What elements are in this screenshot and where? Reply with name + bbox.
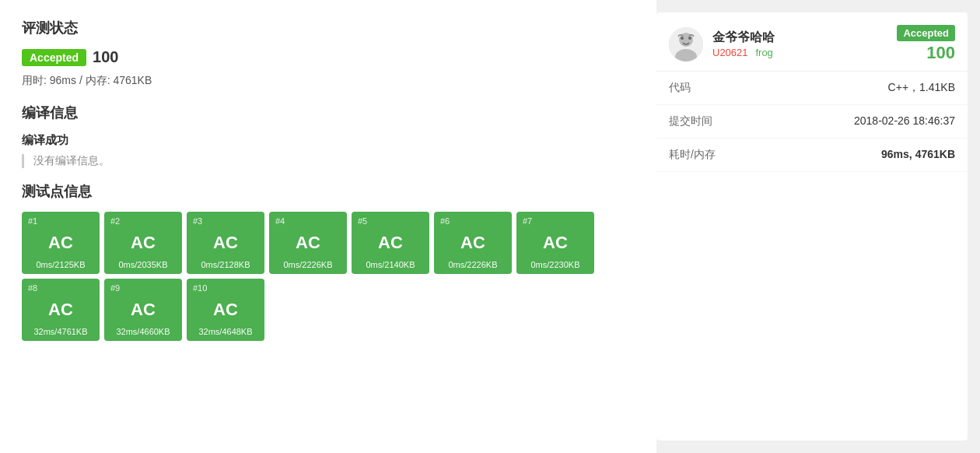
left-panel: 评测状态 Accepted 100 用时: 96ms / 内存: 4761KB … xyxy=(0,0,656,453)
testcase-grid: 通过该测试点。 得分10#1AC0ms/2125KB通过该测试点。 得分10#2… xyxy=(22,212,635,341)
testcase-status: AC xyxy=(28,233,93,253)
rp-code-row: 代码 C++，1.41KB xyxy=(656,72,968,105)
testcase-detail: 0ms/2035KB xyxy=(110,260,176,269)
rp-username: 金爷爷哈哈 xyxy=(712,30,897,46)
rp-timemem-row: 耗时/内存 96ms, 4761KB xyxy=(656,139,968,172)
rp-header: 金爷爷哈哈 U20621 frog Accepted 100 xyxy=(656,12,968,72)
accepted-badge: Accepted xyxy=(22,49,86,66)
rp-submit-label: 提交时间 xyxy=(669,114,712,128)
testcase-status: AC xyxy=(193,300,258,320)
rp-score-num: 100 xyxy=(926,43,955,63)
rp-right-col: Accepted 100 xyxy=(897,25,955,63)
avatar xyxy=(669,27,703,61)
right-panel: 金爷爷哈哈 U20621 frog Accepted 100 代码 C++，1.… xyxy=(656,12,968,441)
testcase-status: AC xyxy=(358,233,423,253)
testcase-num: #7 xyxy=(523,216,588,226)
testcase-title: 测试点信息 xyxy=(22,182,635,201)
rp-timemem-label: 耗时/内存 xyxy=(669,148,716,162)
rp-code-label: 代码 xyxy=(669,81,691,95)
testcase-num: #1 xyxy=(28,216,93,226)
testcase-card[interactable]: 通过该测试点。 得分10#7AC0ms/2230KB xyxy=(516,212,594,274)
rp-submit-value: 2018-02-26 18:46:37 xyxy=(854,114,955,128)
testcase-detail: 32ms/4648KB xyxy=(193,327,258,336)
testcase-num: #9 xyxy=(110,283,176,293)
testcase-card[interactable]: 通过该测试点。 得分10#2AC0ms/2035KB xyxy=(104,212,182,274)
testcase-detail: 0ms/2226KB xyxy=(440,260,506,269)
testcase-card[interactable]: 通过该测试点。 得分10#4AC0ms/2226KB xyxy=(269,212,347,274)
testcase-status: AC xyxy=(193,233,258,253)
testcase-num: #8 xyxy=(28,283,93,293)
testcase-card[interactable]: 通过该测试点。 得分10#3AC0ms/2128KB xyxy=(187,212,264,274)
rp-accepted-badge: Accepted xyxy=(897,25,955,41)
testcase-status: AC xyxy=(440,233,506,253)
score-value: 100 xyxy=(93,48,118,66)
testcase-detail: 0ms/2226KB xyxy=(275,260,341,269)
testcase-detail: 0ms/2230KB xyxy=(523,260,588,269)
rp-user-meta: U20621 frog xyxy=(712,46,897,58)
testcase-status: AC xyxy=(110,233,176,253)
rp-submit-row: 提交时间 2018-02-26 18:46:37 xyxy=(656,105,968,139)
compile-section: 编译成功 没有编译信息。 xyxy=(22,133,635,168)
testcase-status: AC xyxy=(275,233,341,253)
testcase-detail: 0ms/2140KB xyxy=(358,260,423,269)
testcase-card[interactable]: 通过该测试点。 得分10#1AC0ms/2125KB xyxy=(22,212,100,274)
testcase-card[interactable]: 通过该测试点。 得分10#8AC32ms/4761KB xyxy=(22,279,100,341)
compile-note: 没有编译信息。 xyxy=(22,154,635,168)
testcase-num: #5 xyxy=(358,216,423,226)
status-row: Accepted 100 xyxy=(22,48,635,66)
testcase-card[interactable]: 通过该测试点。 得分10#6AC0ms/2226KB xyxy=(434,212,512,274)
testcase-status: AC xyxy=(110,300,176,320)
rp-code-value: C++，1.41KB xyxy=(888,81,955,95)
rp-user-tag: frog xyxy=(755,47,772,58)
testcase-card[interactable]: 通过该测试点。 得分10#10AC32ms/4648KB xyxy=(187,279,264,341)
time-mem-text: 用时: 96ms / 内存: 4761KB xyxy=(22,74,635,88)
testcase-num: #4 xyxy=(275,216,341,226)
testcase-detail: 32ms/4761KB xyxy=(28,327,93,336)
testcase-num: #10 xyxy=(193,283,258,293)
testcase-num: #2 xyxy=(110,216,176,226)
rp-timemem-value: 96ms, 4761KB xyxy=(881,148,955,162)
compile-title: 编译信息 xyxy=(22,104,635,122)
svg-point-3 xyxy=(681,37,684,40)
compile-success: 编译成功 xyxy=(22,133,635,148)
testcase-num: #6 xyxy=(440,216,506,226)
testcase-card[interactable]: 通过该测试点。 得分10#5AC0ms/2140KB xyxy=(352,212,429,274)
testcase-status: AC xyxy=(523,233,588,253)
svg-point-4 xyxy=(688,37,691,40)
testcase-status: AC xyxy=(28,300,93,320)
eval-title: 评测状态 xyxy=(22,19,635,37)
rp-user-info: 金爷爷哈哈 U20621 frog xyxy=(712,30,897,58)
testcase-card[interactable]: 通过该测试点。 得分10#9AC32ms/4660KB xyxy=(104,279,182,341)
rp-userid: U20621 xyxy=(712,47,748,58)
testcase-num: #3 xyxy=(193,216,258,226)
testcase-detail: 32ms/4660KB xyxy=(110,327,176,336)
testcase-detail: 0ms/2128KB xyxy=(193,260,258,269)
testcase-detail: 0ms/2125KB xyxy=(28,260,93,269)
